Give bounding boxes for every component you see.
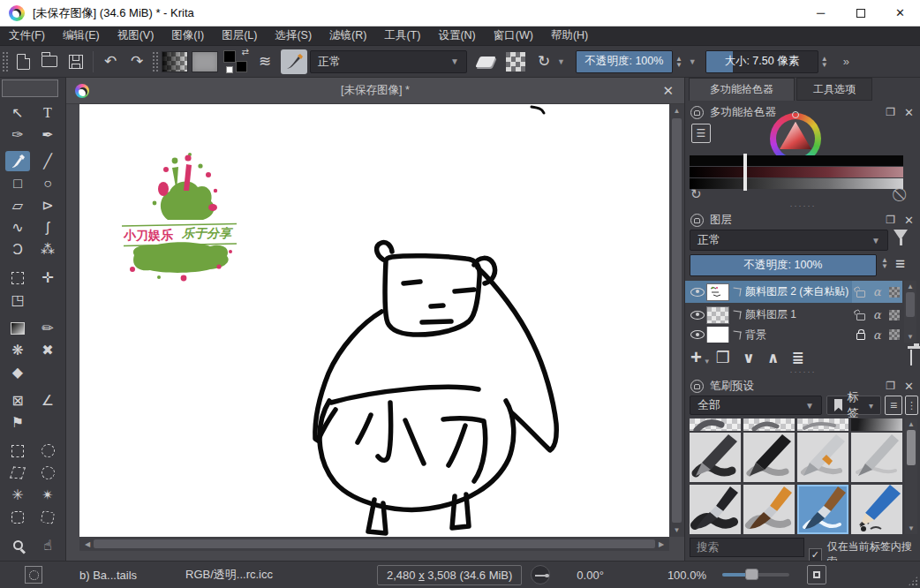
reload-preset-button[interactable]: ↻ <box>532 50 555 73</box>
layer-properties-button[interactable]: ≣ <box>792 349 804 367</box>
close-docker-icon[interactable]: ✕ <box>904 214 914 227</box>
eraser-mode-button[interactable] <box>474 50 497 73</box>
tool-select-shapes[interactable]: ↖ <box>5 102 30 123</box>
tool-edit-shapes[interactable]: ✑ <box>5 124 30 145</box>
close-docker-icon[interactable]: ✕ <box>904 106 914 119</box>
tool-measure[interactable]: ∠ <box>35 390 60 411</box>
layer-lock-icon[interactable] <box>852 281 869 303</box>
menu-view[interactable]: 视图(V) <box>109 28 163 43</box>
reload-dropdown-caret[interactable]: ▼ <box>557 57 565 66</box>
layer-options-menu-button[interactable]: ≡ <box>895 254 905 274</box>
tool-multibrush[interactable]: ⁂ <box>35 239 60 260</box>
float-docker-icon[interactable]: ❐ <box>886 214 895 226</box>
duplicate-layer-button[interactable]: ❐ <box>716 348 730 367</box>
alpha-lock-icon[interactable]: α <box>869 327 886 343</box>
save-button[interactable] <box>64 50 87 73</box>
tool-calligraphy[interactable]: ✒ <box>35 124 60 145</box>
docker-splitter[interactable] <box>685 203 920 208</box>
layer-thumbnail[interactable] <box>706 327 729 343</box>
canvas-hscrollbar[interactable]: ◀ ▶ <box>79 537 669 551</box>
docker-splitter[interactable] <box>685 369 920 374</box>
tool-dynamic-brush[interactable]: Ɔ <box>5 239 30 260</box>
tool-pan[interactable]: ☝ <box>35 535 60 555</box>
tab-advanced-color-selector[interactable]: 多功能拾色器 <box>689 78 795 101</box>
close-docker-icon[interactable]: ✕ <box>904 380 914 393</box>
opacity-spinner[interactable]: ▲▼ <box>673 56 685 68</box>
brush-preset[interactable] <box>690 485 741 534</box>
scroll-up-icon[interactable]: ▲ <box>904 283 916 290</box>
close-button[interactable]: ✕ <box>880 0 920 26</box>
layer-thumbnail[interactable] <box>706 283 729 301</box>
redo-button[interactable]: ↷ <box>125 50 148 73</box>
inherit-alpha-icon[interactable] <box>886 304 902 326</box>
menu-file[interactable]: 文件(F) <box>0 28 54 43</box>
hscroll-thumb[interactable] <box>94 539 655 548</box>
brush-preset-selected[interactable] <box>797 485 848 534</box>
brush-presets-header[interactable]: 笔刷预设 ❐ ✕ <box>685 376 920 396</box>
tab-tool-options[interactable]: 工具选项 <box>796 78 872 101</box>
menu-filter[interactable]: 滤镜(R) <box>320 28 375 43</box>
scroll-thumb[interactable] <box>906 292 915 317</box>
tool-zoom[interactable] <box>5 535 30 555</box>
tool-freehand-path[interactable]: ʃ <box>35 217 60 237</box>
docker-lock-icon[interactable] <box>690 380 704 393</box>
layers-header[interactable]: 图层 ❐ ✕ <box>685 210 920 230</box>
tool-freehand-select[interactable] <box>35 463 60 483</box>
tool-move[interactable]: ✛ <box>35 268 60 288</box>
layer-visible-icon[interactable] <box>690 330 705 339</box>
menu-select[interactable]: 选择(S) <box>266 28 320 43</box>
tool-color-sampler[interactable]: ✏ <box>35 318 60 338</box>
window-resize-grip[interactable] <box>908 576 918 586</box>
minimize-button[interactable]: ─ <box>801 0 841 26</box>
shade-strip-3[interactable] <box>690 178 903 189</box>
scroll-thumb[interactable] <box>907 430 916 465</box>
tool-gradient[interactable] <box>5 318 30 338</box>
canvas[interactable]: 小刀娱乐 乐于分享 <box>79 104 669 537</box>
tool-reference-images[interactable]: ⚑ <box>5 412 30 433</box>
layer-filter-button[interactable] <box>894 230 908 245</box>
subwindow-titlebar[interactable]: [未保存图像] * ✕ <box>66 78 684 104</box>
menu-image[interactable]: 图像(I) <box>162 28 213 43</box>
scroll-up-icon[interactable]: ▲ <box>905 420 917 428</box>
brush-preset[interactable] <box>851 433 902 482</box>
preserve-alpha-button[interactable] <box>504 50 527 73</box>
float-docker-icon[interactable]: ❐ <box>886 106 895 118</box>
swap-colors-icon[interactable]: ⇄ <box>242 47 249 57</box>
tool-polygon[interactable]: ▱ <box>5 195 30 215</box>
menu-layer[interactable]: 图层(L) <box>213 28 266 43</box>
checkbox-checked-icon[interactable]: ✓ <box>809 548 822 562</box>
layer-blend-mode-dropdown[interactable]: 正常 ▼ <box>690 230 888 251</box>
layer-opacity-spinner[interactable]: ▲▼ <box>879 257 891 269</box>
brush-size-slider[interactable]: 大小: 7.50 像素 <box>705 50 818 73</box>
brush-tags-button[interactable]: 标签 ▾ <box>826 396 881 415</box>
scroll-down-icon[interactable]: ▼ <box>904 333 916 341</box>
tool-rect-select[interactable] <box>5 441 30 461</box>
zoom-percentage[interactable]: 100.0% <box>667 569 706 582</box>
toolbar-drag-handle[interactable] <box>2 51 8 72</box>
docker-lock-icon[interactable] <box>690 106 704 119</box>
canvas-rotation-icon[interactable] <box>531 565 550 584</box>
layer-visible-icon[interactable] <box>690 311 705 320</box>
scroll-left-icon[interactable]: ◀ <box>83 540 92 548</box>
subwindow-close-icon[interactable]: ✕ <box>662 83 674 99</box>
delete-layer-button[interactable] <box>910 350 912 366</box>
alpha-lock-icon[interactable]: α <box>869 304 886 326</box>
tool-bezier-select[interactable] <box>5 507 30 527</box>
brush-search-field[interactable]: 搜索 <box>690 538 804 557</box>
selection-mode-icon[interactable] <box>25 566 42 584</box>
brush-view-mode-button[interactable]: ≡ <box>885 396 902 415</box>
image-dimensions[interactable]: 2,480 x 3,508 (34.6 MiB) <box>377 565 522 585</box>
opacity-slider[interactable]: 不透明度: 100% <box>576 50 673 73</box>
layer-thumbnail[interactable] <box>706 306 729 324</box>
menu-help[interactable]: 帮助(H) <box>542 28 597 43</box>
layer-row-paint2[interactable]: 颜料图层 2 (来自粘贴) α <box>685 281 902 303</box>
tool-pattern-edit[interactable]: ❋ <box>5 340 30 360</box>
add-layer-caret[interactable]: ▼ <box>704 358 711 366</box>
choose-brush-preset-button[interactable]: ≋ <box>253 50 276 73</box>
scroll-up-icon[interactable]: ▲ <box>669 107 684 115</box>
color-selector-settings-button[interactable]: ☰ <box>691 124 711 143</box>
scroll-down-icon[interactable]: ▼ <box>905 524 917 532</box>
tool-bezier-curve[interactable]: ∿ <box>5 217 30 237</box>
scroll-right-icon[interactable]: ▶ <box>657 540 666 548</box>
brush-preset[interactable] <box>797 418 848 431</box>
